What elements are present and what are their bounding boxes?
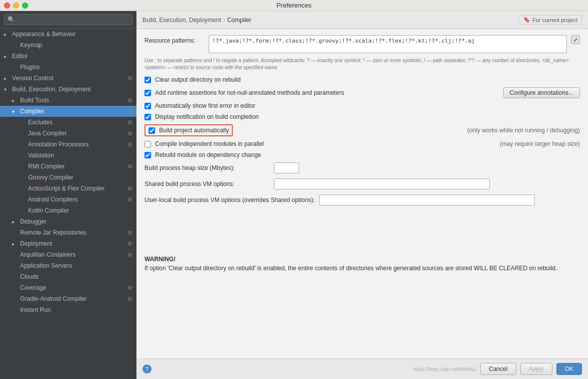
sidebar-item-debugger[interactable]: ▸Debugger [0,216,136,227]
sidebar: ▸Appearance & BehaviorKeymap▸EditorPlugi… [0,11,136,379]
sidebar-item-keymap[interactable]: Keymap [0,40,136,51]
heap-size-row: Build process heap size (Mbytes): 700 [144,162,580,173]
breadcrumb-part-2: Compiler [227,17,251,24]
arrow-icon: ▾ [12,109,18,114]
checkbox-row-show-first-error: Automatically show first error in editor [144,102,580,109]
sidebar-item-label: ActionScript & Flex Compiler [28,185,105,192]
sidebar-item-coverage[interactable]: Coverage⚙ [0,282,136,293]
checkbox-compile-parallel[interactable] [144,141,151,147]
checkbox-rebuild-module[interactable] [144,152,151,158]
gear-icon: ⚙ [127,163,132,170]
checkbox-row-rebuild-module: Rebuild module on dependency change [144,151,580,158]
sidebar-item-deployment[interactable]: ▸Deployment⚙ [0,238,136,249]
sidebar-item-instant-run[interactable]: Instant Run [0,304,136,315]
gear-icon: ⚙ [127,97,132,104]
checkbox-clear-output[interactable] [144,77,151,83]
checkbox-runtime-assertions[interactable] [144,90,151,96]
sidebar-item-label: Editor [12,53,28,60]
content-body: Resource patterns: !?*.java;!?*.form;!?*… [136,29,588,358]
sidebar-item-actionscript-compiler[interactable]: ActionScript & Flex Compiler⚙ [0,183,136,194]
checkbox-label-compile-parallel: Compile independent modules in parallel [155,140,264,147]
checkbox-row-build-automatically: Build project automatically(only works w… [144,124,580,136]
checkbox-label-runtime-assertions: Add runtime assertions for not-null-anno… [155,89,344,96]
sidebar-item-arquillian[interactable]: Arquillian Containers⚙ [0,249,136,260]
window-controls[interactable] [4,3,28,9]
gear-icon: ⚙ [127,252,132,258]
sidebar-item-plugins[interactable]: Plugins [0,62,136,73]
resource-patterns-input[interactable]: !?*.java;!?*.form;!?*.class;!?*.groovy;!… [209,35,567,53]
cancel-button[interactable]: Cancel [480,363,516,375]
sidebar-item-compiler[interactable]: ▾Compiler⚙ [0,106,136,117]
sidebar-item-excludes[interactable]: Excludes⚙ [0,117,136,128]
checkbox-note-build-automatically: (only works while not running / debuggin… [467,127,580,134]
checkbox-show-first-error[interactable] [144,103,151,109]
heap-size-label: Build process heap size (Mbytes): [144,164,270,171]
content-area: Build, Execution, Deployment › Compiler … [136,11,588,358]
sidebar-item-groovy-compiler[interactable]: Groovy Compiler [0,172,136,183]
sidebar-item-label: Debugger [20,218,47,225]
sidebar-item-gradle-android[interactable]: Gradle-Android Compiler⚙ [0,293,136,304]
sidebar-item-label: RMI Compiler [28,163,65,170]
checkbox-label-rebuild-module: Rebuild module on dependency change [155,151,261,158]
gear-icon: ⚙ [127,141,132,148]
maximize-button[interactable] [22,3,28,9]
sidebar-item-validation[interactable]: Validation [0,150,136,161]
bottom-bar: ? https://blog.csdn.net/AshinLi Cancel A… [136,358,588,379]
checkbox-row-runtime-assertions: Add runtime assertions for not-null-anno… [144,87,580,98]
sidebar-item-rmi-compiler[interactable]: RMI Compiler⚙ [0,161,136,172]
warning-box: WARNING! If option 'Clear output directo… [144,251,580,277]
sidebar-item-version-control[interactable]: ▸Version Control⚙ [0,73,136,84]
checkbox-label-show-first-error: Automatically show first error in editor [155,102,255,109]
sidebar-item-label: Groovy Compiler [28,174,73,181]
watermark: https://blog.csdn.net/AshinLi [413,366,476,372]
sidebar-item-label: Gradle-Android Compiler [20,295,87,302]
sidebar-item-clouds[interactable]: Clouds [0,271,136,282]
sidebar-item-label: Clouds [20,273,39,280]
checkbox-display-notification[interactable] [144,114,151,120]
help-button[interactable]: ? [142,364,152,373]
warning-body: If option 'Clear output directory on reb… [144,265,557,272]
apply-button[interactable]: Apply [520,363,552,375]
sidebar-item-label: Plugins [20,64,40,71]
configure-annotations-button[interactable]: Configure annotations... [503,87,580,98]
user-local-vm-input[interactable] [319,195,535,206]
sidebar-item-label: Version Control [12,75,53,82]
sidebar-item-annotation-processors[interactable]: Annotation Processors⚙ [0,139,136,150]
shared-vm-label: Shared build process VM options: [144,180,270,187]
sidebar-item-android-compilers[interactable]: Android Compilers⚙ [0,194,136,205]
build-project-highlight: Build project automatically [144,124,233,136]
warning-text: WARNING! If option 'Clear output directo… [144,255,580,273]
expand-button[interactable]: ⤢ [571,35,580,44]
sidebar-item-java-compiler[interactable]: Java Compiler⚙ [0,128,136,139]
sidebar-item-label: Deployment [20,240,52,247]
sidebar-item-label: Build Tools [20,97,49,104]
ok-button[interactable]: OK [556,363,582,375]
sidebar-item-label: Coverage [20,284,46,291]
search-bar[interactable] [0,11,136,29]
shared-vm-input[interactable] [274,178,490,189]
checkbox-label-clear-output: Clear output directory on rebuild [155,76,241,83]
sidebar-item-label: Application Servers [20,262,72,269]
minimize-button[interactable] [13,3,19,9]
sidebar-item-label: Annotation Processors [28,141,89,148]
arrow-icon: ▸ [4,76,10,81]
heap-size-input[interactable]: 700 [274,162,299,173]
checkbox-label-build-automatically: Build project automatically [159,127,229,134]
gear-icon: ⚙ [127,185,132,192]
sidebar-item-build-execution[interactable]: ▾Build, Execution, Deployment [0,84,136,95]
search-input[interactable] [4,14,132,25]
sidebar-item-kotlin-compiler[interactable]: Kotlin Compiler [0,205,136,216]
checkbox-row-clear-output: Clear output directory on rebuild [144,76,580,83]
sidebar-item-editor[interactable]: ▸Editor [0,51,136,62]
sidebar-item-remote-jar[interactable]: Remote Jar Repositories⚙ [0,227,136,238]
gear-icon: ⚙ [127,230,132,236]
sidebar-item-app-servers[interactable]: Application Servers [0,260,136,271]
sidebar-item-appearance[interactable]: ▸Appearance & Behavior [0,29,136,40]
sidebar-item-label: Instant Run [20,306,51,313]
sidebar-item-build-tools[interactable]: ▸Build Tools⚙ [0,95,136,106]
checkbox-build-automatically[interactable] [149,127,155,134]
sidebar-item-label: Keymap [20,42,42,49]
gear-icon: ⚙ [127,296,132,302]
gear-icon: ⚙ [127,119,132,126]
close-button[interactable] [4,3,10,9]
